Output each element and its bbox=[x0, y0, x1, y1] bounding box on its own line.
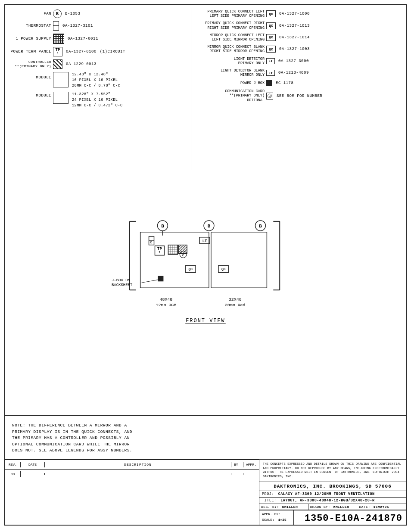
date-cell: DATE: 16MAY05 bbox=[357, 504, 406, 510]
diagram-section: B B B T C LT TP 1 bbox=[5, 173, 406, 416]
drawn-value: KMILLER bbox=[333, 505, 349, 509]
legend-row-jbox: POWER J-BOX EC-1178 bbox=[196, 80, 401, 86]
title-block-left: REV. DATE DESCRIPTION BY APPR. 00 bbox=[5, 460, 259, 525]
ldb-label: LIGHT DETECTOR BLANKMIRROR ONLY bbox=[196, 68, 265, 77]
pqcl-part: 0A-1327-1000 bbox=[279, 12, 310, 16]
qc-icon-mqcb: QC bbox=[266, 46, 276, 53]
title-label: TITLE: bbox=[262, 498, 277, 503]
svg-text:32X48: 32X48 bbox=[229, 297, 242, 302]
scale-row: SCALE: 1=25 bbox=[262, 518, 291, 522]
svg-rect-23 bbox=[168, 245, 177, 255]
svg-text:1: 1 bbox=[159, 250, 161, 254]
thermostat-label: THERMOSTAT bbox=[10, 24, 51, 28]
svg-text:J-BOX ON: J-BOX ON bbox=[112, 278, 130, 283]
appr-by-label: APPR. BY: bbox=[262, 512, 291, 516]
proj-label: PROJ: bbox=[262, 492, 274, 496]
controller-icon bbox=[53, 59, 62, 69]
revision-row-00: 00 bbox=[5, 469, 259, 479]
qc-icon-mqcl: QC bbox=[266, 34, 276, 41]
pqcr-label: PRIMARY QUICK CONNECT RIGHTRIGHT SIDE PR… bbox=[196, 21, 265, 30]
title-block: REV. DATE DESCRIPTION BY APPR. 00 THE CO… bbox=[5, 460, 406, 525]
svg-line-38 bbox=[142, 280, 159, 283]
tp-icon: TP1 bbox=[53, 47, 62, 56]
note-text: NOTE: THE DIFFERENCE BETWEEN A MIRROR AN… bbox=[12, 423, 132, 453]
legend-row-fan: FAN B B-1053 bbox=[10, 9, 188, 18]
pqcr-part: 0A-1327-1013 bbox=[279, 24, 310, 28]
scale-label: SCALE: bbox=[262, 518, 274, 522]
svg-text:BACKSHEET: BACKSHEET bbox=[112, 283, 133, 287]
drawn-label: DRAWN BY: bbox=[310, 505, 330, 509]
title-value: LAYOUT, AF-3300-48X48-12-RGB/32X48-20-R bbox=[280, 498, 374, 503]
legend-row-module1: MODULE 12.48" X 12.48" 16 PIXEL X 16 PIX… bbox=[10, 72, 188, 88]
rev-value: 00 bbox=[5, 471, 21, 477]
des-label: DES. BY: bbox=[261, 505, 279, 509]
jbox-icon bbox=[266, 80, 272, 86]
date-value: 16MAY05 bbox=[374, 505, 389, 509]
svg-text:48X48: 48X48 bbox=[159, 297, 172, 302]
module1-icon bbox=[53, 72, 68, 87]
svg-text:QC: QC bbox=[221, 267, 226, 271]
module2-icon bbox=[53, 92, 68, 104]
proj-value: GALAXY AF-3300 12/20MM FRONT VENTILATION bbox=[278, 492, 375, 496]
legend-section: FAN B B-1053 THERMOSTAT 0A-1327-3101 1 P… bbox=[5, 5, 406, 173]
power-term-note: (1)CIRCUIT bbox=[100, 50, 125, 54]
jbox-label: POWER J-BOX bbox=[196, 81, 265, 85]
mqcl-label: MIRROR QUICK CONNECT LEFTLEFT SIDE MIRRO… bbox=[196, 33, 265, 42]
svg-text:12mm RGB: 12mm RGB bbox=[156, 303, 177, 308]
svg-rect-34 bbox=[158, 276, 163, 281]
page: FAN B B-1053 THERMOSTAT 0A-1327-3101 1 P… bbox=[0, 0, 411, 532]
scale-value: 1=25 bbox=[278, 518, 286, 522]
module1-desc: 12.48" X 12.48" 16 PIXEL X 16 PIXEL 20MM… bbox=[72, 72, 120, 88]
proj-row: PROJ: GALAXY AF-3300 12/20MM FRONT VENTI… bbox=[259, 491, 406, 498]
des-cell: DES. BY: KMILLER bbox=[259, 504, 308, 510]
outer-border: FAN B B-1053 THERMOSTAT 0A-1327-3101 1 P… bbox=[4, 4, 407, 526]
controller-part: 0A-1229-0013 bbox=[66, 62, 97, 66]
note-section: NOTE: THE DIFFERENCE BETWEEN A MIRROR AN… bbox=[5, 416, 406, 460]
module2-label: MODULE bbox=[10, 93, 51, 98]
qc-icon-pqcl: QC bbox=[266, 10, 276, 17]
thermostat-icon bbox=[53, 21, 59, 31]
controller-label: CONTROLLER**(PRIMARY ONLY) bbox=[10, 60, 51, 68]
jbox-part: EC-1178 bbox=[276, 81, 293, 85]
rev-by bbox=[231, 473, 243, 475]
fan-label: FAN bbox=[10, 12, 51, 16]
rev-date bbox=[21, 473, 45, 475]
mqcl-part: 0A-1327-1014 bbox=[279, 35, 310, 40]
confidence-text: THE CONCEPTS EXPRESSED AND DETAILS SHOWN… bbox=[259, 460, 406, 482]
svg-text:FRONT VIEW: FRONT VIEW bbox=[186, 318, 225, 324]
des-value: KMILLER bbox=[282, 505, 298, 509]
company-name: DAKTRONICS, INC. BROOKINGS, SD 57006 bbox=[259, 482, 406, 491]
module1-label: MODULE bbox=[10, 75, 51, 80]
legend-row-mqcb: MIRROR QUICK CONNECT BLANKRIGHT SIDE MIR… bbox=[196, 45, 401, 53]
by-header: BY bbox=[231, 462, 243, 467]
svg-text:B: B bbox=[161, 224, 164, 229]
legend-right: PRIMARY QUICK CONNECT LEFTLEFT SIDE PRIM… bbox=[192, 8, 404, 170]
fan-icon: B bbox=[53, 9, 62, 18]
svg-text:LT: LT bbox=[202, 239, 207, 243]
legend-row-controller: CONTROLLER**(PRIMARY ONLY) 0A-1229-0013 bbox=[10, 59, 188, 69]
mqcb-part: 0A-1327-1003 bbox=[279, 47, 310, 51]
legend-row-power-term: POWER TERM PANEL TP1 0A-1327-0100 (1)CIR… bbox=[10, 47, 188, 56]
ldb-part: 0A-1213-4009 bbox=[278, 71, 309, 75]
mqcb-label: MIRROR QUICK CONNECT BLANKRIGHT SIDE MIR… bbox=[196, 45, 265, 53]
thermostat-part: 0A-1327-3101 bbox=[62, 24, 93, 28]
comm-part: SEE BOM FOR NUMBER bbox=[277, 94, 322, 98]
scale-cell: APPR. BY: SCALE: 1=25 bbox=[259, 510, 294, 525]
date-header: DATE bbox=[21, 462, 45, 467]
legend-row-comm: COMMUNICATION CARD**(PRIMARY ONLY)OPTION… bbox=[196, 89, 401, 103]
module2-desc: 11.328" X 7.552" 24 PIXEL X 16 PIXEL 12M… bbox=[72, 92, 123, 108]
power-term-part: 0A-1327-0100 bbox=[66, 50, 97, 54]
revision-header: REV. DATE DESCRIPTION BY APPR. bbox=[5, 460, 259, 469]
lt-icon-ld: LT bbox=[266, 58, 275, 64]
meta-row: DES. BY: KMILLER DRAWN BY: KMILLER DATE:… bbox=[259, 504, 406, 510]
power-supply-label: 1 POWER SUPPLY bbox=[10, 37, 51, 41]
legend-row-ldb: LIGHT DETECTOR BLANKMIRROR ONLY LT 0A-12… bbox=[196, 68, 401, 77]
pqcl-label: PRIMARY QUICK CONNECT LEFTLEFT SIDE PRIM… bbox=[196, 9, 265, 18]
rev-header: REV. bbox=[5, 462, 21, 467]
qc-icon-pqcr: QC bbox=[266, 22, 276, 29]
doc-number: 1350-E10A-241870 bbox=[294, 510, 406, 525]
lt-icon-ldb: LT bbox=[266, 70, 275, 76]
drawn-cell: DRAWN BY: KMILLER bbox=[308, 504, 358, 510]
legend-row-module2: MODULE 11.328" X 7.552" 24 PIXEL X 16 PI… bbox=[10, 92, 188, 108]
doc-row: APPR. BY: SCALE: 1=25 1350-E10A-241870 bbox=[259, 510, 406, 525]
